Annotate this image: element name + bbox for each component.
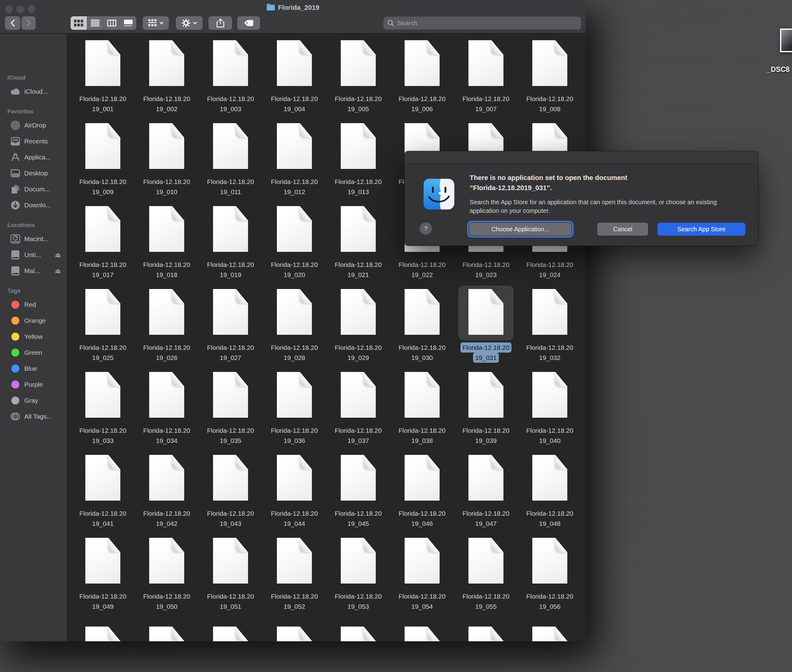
document-icon[interactable]: [405, 627, 439, 641]
file-item[interactable]: Florida-12.18.2019_054: [390, 534, 454, 611]
desktop-photo-thumbnail[interactable]: [780, 29, 792, 52]
view-columns-button[interactable]: [104, 16, 120, 30]
file-item[interactable]: Florida-12.18.2019_005: [326, 37, 390, 114]
file-item[interactable]: Florida-12.18.2019_037: [326, 368, 390, 446]
sidebar-item-blue[interactable]: Blue: [0, 360, 67, 376]
back-button[interactable]: [5, 16, 20, 30]
file-item[interactable]: Florida-12.18.2019_035: [199, 368, 262, 446]
sidebar-item-icloud[interactable]: iCloud...: [0, 83, 67, 99]
file-item[interactable]: Florida-12.18.2019_050: [135, 534, 199, 611]
document-icon[interactable]: [277, 627, 312, 641]
tag-button[interactable]: [237, 16, 260, 30]
file-item[interactable]: Florida-12.18.2019_042: [135, 451, 199, 528]
document-icon[interactable]: [468, 627, 503, 641]
search-app-store-button[interactable]: Search App Store: [658, 223, 745, 235]
choose-application-button[interactable]: Choose Application...: [469, 223, 572, 235]
sidebar-item-unti[interactable]: Unti...⏏: [0, 247, 67, 263]
file-item[interactable]: Florida-12.18.2019_039: [454, 368, 518, 446]
sidebar-item-airdrop[interactable]: AirDrop: [0, 117, 67, 133]
sidebar-item-docum[interactable]: Docum...: [0, 181, 67, 197]
file-item[interactable]: Florida-12.18.2019_030: [390, 286, 454, 363]
file-item[interactable]: Florida-12.18.2019_047: [454, 451, 518, 528]
forward-button[interactable]: [21, 16, 36, 30]
file-item[interactable]: Florida-12.18.2019_017: [71, 203, 135, 280]
file-item[interactable]: Florida-12.18.2019_025: [71, 286, 135, 363]
file-item[interactable]: Florida-12.18.2019_053: [326, 534, 390, 611]
sidebar-item-label: Applica...: [24, 154, 51, 161]
actions-button[interactable]: [176, 16, 203, 30]
sidebar-item-downlo[interactable]: Downlo...: [0, 197, 67, 213]
sidebar-item-orange[interactable]: Orange: [0, 313, 67, 329]
file-item[interactable]: Florida-12.18.2019_013: [326, 120, 390, 197]
minimize-button[interactable]: [16, 5, 24, 13]
file-item[interactable]: Florida-12.18.2019_032: [518, 286, 582, 363]
file-item[interactable]: Florida-12.18.2019_049: [71, 534, 135, 611]
file-item[interactable]: Florida-12.18.2019_004: [262, 37, 326, 114]
eject-icon[interactable]: ⏏: [55, 267, 61, 275]
sidebar-item-macint[interactable]: Macint...: [0, 231, 67, 247]
file-item[interactable]: Florida-12.18.2019_046: [390, 451, 454, 528]
cancel-button[interactable]: Cancel: [597, 223, 648, 235]
document-icon[interactable]: [213, 627, 248, 641]
file-item[interactable]: Florida-12.18.2019_006: [390, 37, 454, 114]
file-item[interactable]: Florida-12.18.2019_018: [135, 203, 199, 280]
file-item[interactable]: Florida-12.18.2019_007: [454, 37, 518, 114]
file-item[interactable]: Florida-12.18.2019_029: [326, 286, 390, 363]
sidebar-item-red[interactable]: Red: [0, 297, 67, 313]
search-input[interactable]: [397, 19, 569, 27]
file-item[interactable]: Florida-12.18.2019_011: [199, 120, 262, 197]
file-item[interactable]: Florida-12.18.2019_056: [518, 534, 582, 611]
file-item[interactable]: Florida-12.18.2019_048: [518, 451, 582, 528]
file-item[interactable]: Florida-12.18.2019_008: [518, 37, 582, 114]
search-field[interactable]: [383, 17, 581, 29]
help-button[interactable]: ?: [420, 222, 432, 235]
file-item[interactable]: Florida-12.18.2019_003: [199, 37, 262, 114]
file-item[interactable]: Florida-12.18.2019_031: [454, 286, 518, 363]
file-item[interactable]: Florida-12.18.2019_045: [326, 451, 390, 528]
close-button[interactable]: [5, 5, 13, 13]
file-item[interactable]: Florida-12.18.2019_034: [135, 368, 199, 446]
file-item[interactable]: Florida-12.18.2019_041: [71, 451, 135, 528]
file-item[interactable]: Florida-12.18.2019_052: [262, 534, 326, 611]
zoom-button[interactable]: [28, 5, 36, 13]
file-item[interactable]: Florida-12.18.2019_040: [518, 368, 582, 446]
sidebar-item-desktop[interactable]: Desktop: [0, 165, 67, 181]
sidebar-item-all-tags[interactable]: All Tags...: [0, 408, 67, 424]
file-item[interactable]: Florida-12.18.2019_044: [262, 451, 326, 528]
file-item[interactable]: Florida-12.18.2019_001: [71, 37, 135, 114]
file-item[interactable]: Florida-12.18.2019_002: [135, 37, 199, 114]
file-item[interactable]: Florida-12.18.2019_043: [199, 451, 262, 528]
file-item[interactable]: Florida-12.18.2019_055: [454, 534, 518, 611]
sidebar-item-yellow[interactable]: Yellow: [0, 329, 67, 345]
file-item[interactable]: Florida-12.18.2019_010: [135, 120, 199, 197]
file-item[interactable]: Florida-12.18.2019_019: [199, 203, 262, 280]
view-gallery-button[interactable]: [120, 16, 136, 30]
view-list-button[interactable]: [87, 16, 104, 30]
file-item[interactable]: Florida-12.18.2019_026: [135, 286, 199, 363]
sidebar-item-recents[interactable]: Recents: [0, 133, 67, 149]
sidebar-item-purple[interactable]: Purple: [0, 376, 67, 392]
group-by-button[interactable]: [143, 16, 169, 30]
share-button[interactable]: [208, 16, 232, 30]
sidebar-item-gray[interactable]: Gray: [0, 392, 67, 408]
view-icons-button[interactable]: [70, 16, 87, 30]
file-item[interactable]: Florida-12.18.2019_051: [199, 534, 262, 611]
file-item[interactable]: Florida-12.18.2019_020: [262, 203, 326, 280]
sidebar-item-mal[interactable]: Mal...⏏: [0, 263, 67, 279]
document-icon[interactable]: [532, 627, 567, 641]
document-icon[interactable]: [85, 627, 120, 641]
sidebar-item-green[interactable]: Green: [0, 345, 67, 360]
file-item[interactable]: Florida-12.18.2019_021: [326, 203, 390, 280]
file-item[interactable]: Florida-12.18.2019_028: [262, 286, 326, 363]
file-item[interactable]: Florida-12.18.2019_027: [199, 286, 262, 363]
file-item[interactable]: Florida-12.18.2019_038: [390, 368, 454, 446]
document-icon[interactable]: [341, 627, 376, 641]
eject-icon[interactable]: ⏏: [55, 251, 61, 259]
document-icon[interactable]: [149, 627, 184, 641]
file-item[interactable]: Florida-12.18.2019_009: [71, 120, 135, 197]
file-label: Florida-12.18.2019_036: [262, 426, 326, 446]
file-item[interactable]: Florida-12.18.2019_036: [262, 368, 326, 446]
file-item[interactable]: Florida-12.18.2019_033: [71, 368, 135, 446]
sidebar-item-applica[interactable]: Applica...: [0, 149, 67, 165]
file-item[interactable]: Florida-12.18.2019_012: [262, 120, 326, 197]
